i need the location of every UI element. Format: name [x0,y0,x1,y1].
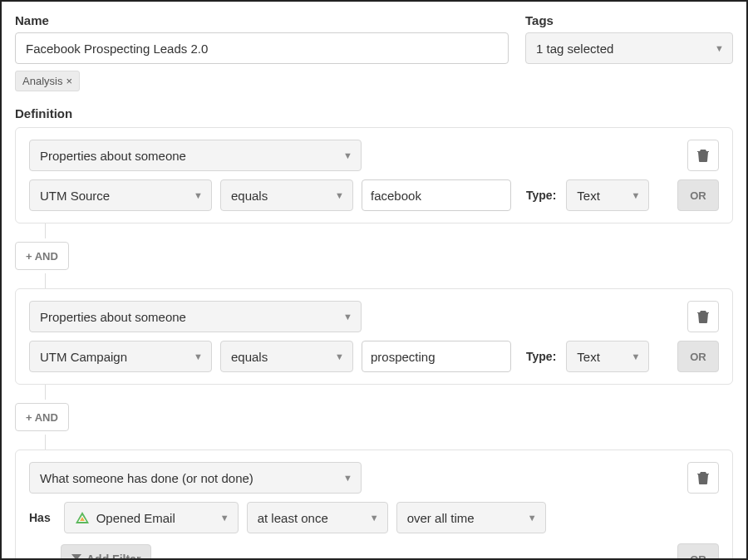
chevron-down-icon: ▼ [194,351,203,361]
type-value: Text [577,189,600,203]
value-input[interactable] [362,179,511,211]
tags-label: Tags [525,13,733,27]
chevron-down-icon: ▼ [370,513,379,523]
type-label: Type: [526,350,556,363]
klaviyo-icon [75,510,90,525]
condition-type-select[interactable]: Properties about someone ▼ [29,140,362,171]
condition-detail-row: UTM Source ▼ equals ▼ Type: Text ▼ OR [29,179,719,211]
type-select[interactable]: Text ▼ [566,179,649,211]
chevron-down-icon: ▼ [335,351,344,361]
property-select[interactable]: UTM Campaign ▼ [29,341,212,372]
tags-column: Tags 1 tag selected ▼ [525,13,733,91]
property-value: UTM Source [40,189,110,203]
name-label: Name [15,13,509,27]
or-button[interactable]: OR [677,543,719,560]
segment-builder: Name Analysis × Tags 1 tag selected ▼ De… [0,0,748,560]
property-select[interactable]: UTM Source ▼ [29,179,212,211]
add-filter-button[interactable]: Add Filter [61,544,151,560]
delete-button[interactable] [687,301,719,332]
condition-type-value: What someone has done (or not done) [40,471,253,485]
condition-type-select[interactable]: What someone has done (or not done) ▼ [29,462,362,494]
type-label: Type: [526,189,556,202]
operator-select[interactable]: equals ▼ [220,179,353,211]
connector-line [45,273,46,288]
chevron-down-icon: ▼ [631,351,640,361]
chevron-down-icon: ▼ [220,513,229,523]
or-button[interactable]: OR [677,341,719,372]
name-column: Name Analysis × [15,13,509,91]
has-label: Has [29,511,51,524]
header-row: Name Analysis × Tags 1 tag selected ▼ [15,13,733,91]
trash-icon [697,149,709,162]
type-value: Text [577,350,600,364]
timeframe-select[interactable]: over all time ▼ [396,502,546,533]
or-button[interactable]: OR [677,179,719,211]
value-input[interactable] [362,341,511,372]
and-button[interactable]: + AND [15,403,69,431]
condition-top-row: Properties about someone ▼ [29,301,719,332]
frequency-select[interactable]: at least once ▼ [247,502,388,533]
chevron-down-icon: ▼ [715,43,724,53]
trash-icon [697,471,709,484]
filter-icon [71,554,81,560]
condition-type-value: Properties about someone [40,310,186,324]
filter-row: Add Filter OR [29,543,719,560]
condition-type-value: Properties about someone [40,149,186,163]
tags-select[interactable]: 1 tag selected ▼ [525,32,733,64]
delete-button[interactable] [687,462,719,494]
connector-line [45,435,46,449]
and-button[interactable]: + AND [15,242,69,270]
name-input[interactable] [15,32,509,64]
chevron-down-icon: ▼ [343,312,352,322]
type-select[interactable]: Text ▼ [566,341,649,372]
timeframe-value: over all time [407,511,475,525]
frequency-value: at least once [258,511,328,525]
condition-type-select[interactable]: Properties about someone ▼ [29,301,362,332]
add-filter-label: Add Filter [86,553,140,560]
metric-value: Opened Email [96,511,214,525]
definition-label: Definition [15,106,733,120]
condition-top-row: What someone has done (or not done) ▼ [29,462,719,494]
connector-line [45,224,46,238]
condition-detail-row: Has Opened Email ▼ at least once ▼ over … [29,502,719,533]
delete-button[interactable] [687,140,719,171]
condition-detail-row: UTM Campaign ▼ equals ▼ Type: Text ▼ OR [29,341,719,372]
chevron-down-icon: ▼ [631,190,640,200]
condition-card: Properties about someone ▼ UTM Campaign … [15,288,733,385]
tag-chip-label: Analysis [22,75,62,87]
tag-chip[interactable]: Analysis × [15,71,80,91]
chevron-down-icon: ▼ [343,150,352,160]
property-value: UTM Campaign [40,350,127,364]
condition-card: Properties about someone ▼ UTM Source ▼ … [15,127,733,224]
trash-icon [697,310,709,323]
tags-select-value: 1 tag selected [536,42,613,56]
chevron-down-icon: ▼ [335,190,344,200]
chevron-down-icon: ▼ [528,513,537,523]
condition-top-row: Properties about someone ▼ [29,140,719,171]
metric-select[interactable]: Opened Email ▼ [64,502,239,533]
chevron-down-icon: ▼ [194,190,203,200]
condition-card: What someone has done (or not done) ▼ Ha… [15,449,733,560]
operator-value: equals [231,189,268,203]
chevron-down-icon: ▼ [343,473,352,483]
operator-select[interactable]: equals ▼ [220,341,353,372]
close-icon[interactable]: × [66,75,72,87]
operator-value: equals [231,350,268,364]
connector-line [45,385,46,400]
